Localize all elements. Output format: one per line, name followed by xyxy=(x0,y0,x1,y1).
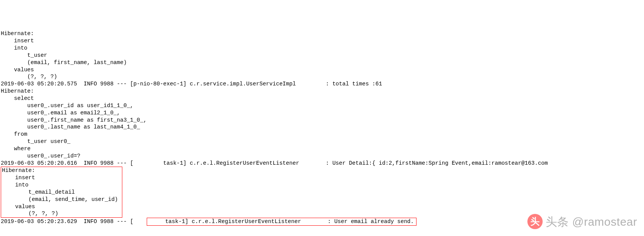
highlighted-sql-block: Hibernate: insert into t_email_detail (e… xyxy=(1,167,122,218)
log-info-email-send-line: 2019-06-03 05:20:23.629 INFO 9988 --- [ … xyxy=(1,218,643,226)
hibernate-insert-email: Hibernate: insert into t_email_detail (e… xyxy=(2,167,121,217)
log-info-user-detail: 2019-06-03 05:20:20.616 INFO 9988 --- [ … xyxy=(1,160,548,166)
hibernate-select-user: Hibernate: select user0_.user_id as user… xyxy=(1,88,147,159)
highlighted-log-message: task-1] c.r.e.l.RegisterUserEventListene… xyxy=(147,218,417,226)
log-info-total-times: 2019-06-03 05:20:20.575 INFO 9988 --- [p… xyxy=(1,81,382,87)
hibernate-insert-user: Hibernate: insert into t_user (email, fi… xyxy=(1,31,130,80)
log-info-email-send-prefix: 2019-06-03 05:20:23.629 INFO 9988 --- [ xyxy=(1,218,133,225)
